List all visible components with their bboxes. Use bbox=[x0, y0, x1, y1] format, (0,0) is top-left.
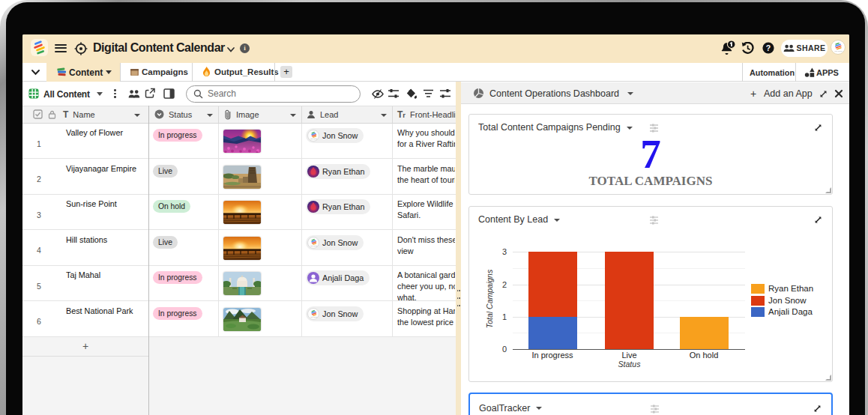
svg-text:VidAMuze: VidAMuze bbox=[310, 138, 319, 139]
svg-text:VidAMuze: VidAMuze bbox=[310, 245, 319, 246]
svg-text:?: ? bbox=[766, 43, 771, 52]
svg-text:VidAMuze: VidAMuze bbox=[834, 50, 843, 52]
svg-text:VidAMuze: VidAMuze bbox=[310, 316, 319, 318]
